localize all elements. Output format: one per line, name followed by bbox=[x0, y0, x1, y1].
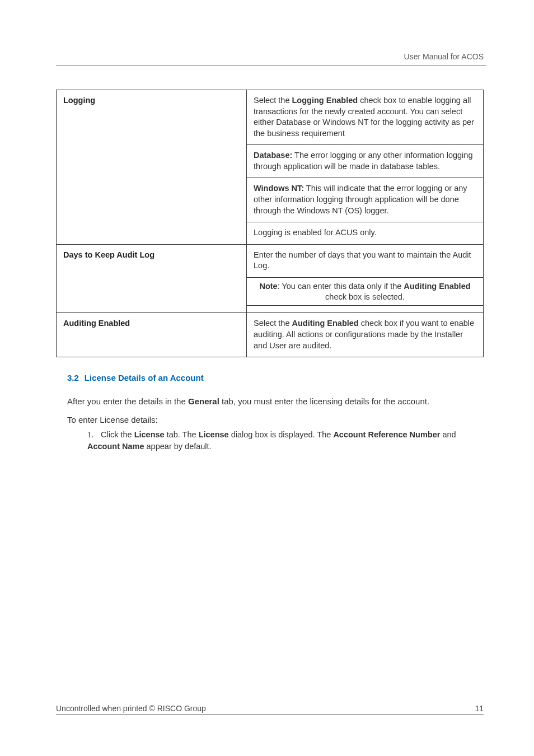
row-desc-logging-p4: Logging is enabled for ACUS only. bbox=[247, 222, 484, 245]
row-desc-days: Enter the number of days that you want t… bbox=[247, 244, 484, 277]
section-lead: To enter License details: bbox=[67, 415, 484, 424]
row-spacer bbox=[247, 306, 484, 313]
row-desc-auditing: Select the Auditing Enabled check box if… bbox=[247, 313, 484, 357]
settings-table: Logging Select the Logging Enabled check… bbox=[56, 90, 484, 357]
footer-left: Uncontrolled when printed © RISCO Group bbox=[56, 704, 206, 713]
row-label-auditing: Auditing Enabled bbox=[57, 313, 247, 357]
step-text: Click the License tab. The License dialo… bbox=[87, 430, 456, 450]
section-title: License Details of an Account bbox=[85, 373, 204, 382]
main-content: Logging Select the Logging Enabled check… bbox=[56, 90, 484, 452]
header-rule bbox=[56, 65, 486, 66]
table-row: Days to Keep Audit Log Enter the number … bbox=[57, 244, 484, 277]
row-desc-logging-p2: Database: The error logging or any other… bbox=[247, 145, 484, 178]
row-desc-logging-p1: Select the Logging Enabled check box to … bbox=[247, 90, 484, 145]
header-doc-title: User Manual for ACOS bbox=[404, 52, 484, 61]
section-intro: After you enter the details in the Gener… bbox=[67, 396, 484, 407]
row-note-days: Note: You can enter this data only if th… bbox=[247, 277, 484, 306]
row-label-logging: Logging bbox=[57, 90, 247, 245]
row-desc-logging-p3: Windows NT: This will indicate that the … bbox=[247, 178, 484, 222]
step-marker: 1. bbox=[87, 429, 101, 440]
row-label-days: Days to Keep Audit Log bbox=[57, 244, 247, 313]
footer: Uncontrolled when printed © RISCO Group … bbox=[56, 704, 484, 715]
table-row: Logging Select the Logging Enabled check… bbox=[57, 90, 484, 145]
section-number: 3.2 bbox=[67, 373, 79, 382]
step-list: 1.Click the License tab. The License dia… bbox=[87, 429, 484, 452]
page: User Manual for ACOS Logging Select the … bbox=[0, 0, 534, 756]
table-row: Auditing Enabled Select the Auditing Ena… bbox=[57, 313, 484, 357]
footer-page-number: 11 bbox=[475, 704, 484, 713]
section-heading: 3.2License Details of an Account bbox=[67, 373, 484, 382]
